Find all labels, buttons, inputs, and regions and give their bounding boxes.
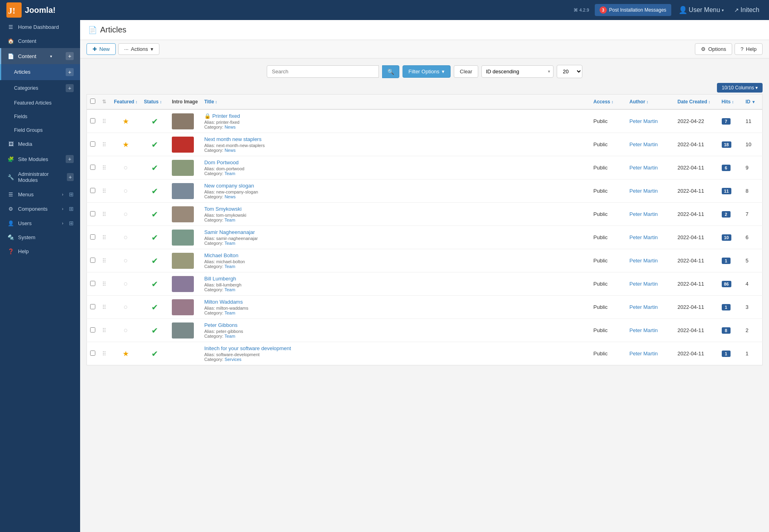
th-hits[interactable]: Hits ↕ — [719, 95, 743, 110]
admin-modules-add-btn[interactable]: + — [67, 173, 74, 181]
author-link[interactable]: Peter Martin — [630, 118, 658, 124]
drag-handle[interactable]: ⠿ — [102, 234, 106, 241]
article-title-link[interactable]: Peter Gibbons — [204, 322, 238, 328]
date-sort-link[interactable]: Date Created ↕ — [678, 99, 715, 105]
row-checkbox[interactable] — [90, 304, 95, 309]
categories-add-btn[interactable]: + — [66, 84, 74, 92]
article-title-link[interactable]: Michael Bolton — [204, 252, 238, 258]
sidebar-toggle-menu[interactable]: ☰ Home Dashboard — [0, 20, 80, 34]
drag-handle[interactable]: ⠿ — [102, 351, 106, 357]
category-link[interactable]: Team — [224, 241, 235, 246]
help-button[interactable]: ? Help — [735, 43, 763, 55]
sidebar-item-site-modules[interactable]: 🧩 Site Modules + — [0, 151, 80, 167]
sidebar-item-admin-modules[interactable]: 🔧 Administrator Modules + — [0, 167, 80, 187]
status-published-icon[interactable]: ✔ — [151, 349, 158, 358]
status-published-icon[interactable]: ✔ — [151, 187, 158, 195]
drag-handle[interactable]: ⠿ — [102, 188, 106, 194]
sidebar-item-media[interactable]: 🖼 Media — [0, 137, 80, 151]
sidebar-item-help[interactable]: ❓ Help — [0, 244, 80, 258]
status-published-icon[interactable]: ✔ — [151, 280, 158, 288]
article-title-link[interactable]: New company slogan — [204, 183, 254, 189]
author-link[interactable]: Peter Martin — [630, 351, 658, 357]
articles-add-btn[interactable]: + — [66, 68, 74, 76]
status-published-icon[interactable]: ✔ — [151, 163, 158, 172]
row-checkbox[interactable] — [90, 165, 95, 170]
article-title-link[interactable]: Tom Smykowski — [204, 206, 242, 212]
filter-options-button[interactable]: Filter Options ▾ — [403, 65, 451, 78]
featured-empty-icon[interactable]: ○ — [123, 326, 128, 334]
site-btn[interactable]: ↗ Initech — [731, 5, 763, 15]
author-link[interactable]: Peter Martin — [630, 327, 658, 333]
post-installation-btn[interactable]: 3 Post Installation Messages — [595, 4, 671, 16]
content-add-btn[interactable]: + — [66, 52, 74, 60]
new-button[interactable]: ✚ New — [87, 43, 116, 55]
sidebar-item-featured-articles[interactable]: Featured Articles — [0, 96, 80, 110]
featured-empty-icon[interactable]: ○ — [123, 210, 128, 218]
featured-empty-icon[interactable]: ○ — [123, 163, 128, 171]
th-id[interactable]: ID ▼ — [743, 95, 763, 110]
sidebar-item-fields[interactable]: Fields — [0, 110, 80, 123]
category-link[interactable]: Team — [224, 334, 235, 339]
options-button[interactable]: ⚙ Options — [695, 43, 732, 55]
author-link[interactable]: Peter Martin — [630, 141, 658, 147]
featured-empty-icon[interactable]: ○ — [123, 187, 128, 195]
clear-button[interactable]: Clear — [454, 65, 478, 78]
category-link[interactable]: Team — [224, 264, 235, 269]
sort-select[interactable]: ID descending ID ascending Title Date Cr… — [481, 65, 554, 78]
category-link[interactable]: News — [225, 148, 236, 153]
logo[interactable]: J! Joomla! — [6, 2, 56, 18]
article-title-link[interactable]: Initech for your software development — [204, 345, 291, 351]
search-input[interactable] — [267, 65, 379, 78]
category-link[interactable]: Team — [224, 171, 235, 176]
sidebar-item-users[interactable]: 👤 Users › ⊞ — [0, 216, 80, 230]
article-title-link[interactable]: Printer fixed — [212, 113, 240, 119]
featured-empty-icon[interactable]: ○ — [123, 303, 128, 311]
th-author[interactable]: Author ↕ — [626, 95, 674, 110]
columns-button[interactable]: 10/10 Columns ▾ — [717, 83, 763, 93]
featured-star-icon[interactable]: ★ — [123, 141, 129, 149]
author-link[interactable]: Peter Martin — [630, 281, 658, 287]
category-link[interactable]: Team — [224, 310, 235, 315]
row-checkbox[interactable] — [90, 327, 95, 332]
status-published-icon[interactable]: ✔ — [151, 117, 158, 126]
status-published-icon[interactable]: ✔ — [151, 256, 158, 265]
featured-star-icon[interactable]: ★ — [123, 350, 129, 358]
drag-handle[interactable]: ⠿ — [102, 258, 106, 264]
actions-button[interactable]: ··· Actions ▾ — [118, 43, 159, 55]
row-checkbox[interactable] — [90, 258, 95, 263]
sidebar-item-home-dashboard[interactable]: 🏠 Content — [0, 34, 80, 48]
category-link[interactable]: Team — [224, 287, 235, 292]
article-title-link[interactable]: Dom Portwood — [204, 159, 239, 165]
sidebar-item-components[interactable]: ⚙ Components › ⊞ — [0, 202, 80, 216]
featured-star-icon[interactable]: ★ — [123, 117, 129, 125]
author-link[interactable]: Peter Martin — [630, 165, 658, 171]
site-modules-add-btn[interactable]: + — [66, 155, 74, 163]
row-checkbox[interactable] — [90, 351, 95, 356]
drag-handle[interactable]: ⠿ — [102, 118, 106, 125]
author-link[interactable]: Peter Martin — [630, 188, 658, 194]
category-link[interactable]: News — [225, 125, 236, 129]
th-title[interactable]: Title ↕ — [201, 95, 590, 110]
hits-sort-link[interactable]: Hits ↕ — [722, 99, 739, 105]
drag-handle[interactable]: ⠿ — [102, 327, 106, 334]
author-sort-link[interactable]: Author ↕ — [630, 99, 671, 105]
th-featured[interactable]: Featured ↕ — [111, 95, 141, 110]
featured-empty-icon[interactable]: ○ — [123, 233, 128, 241]
status-published-icon[interactable]: ✔ — [151, 140, 158, 149]
drag-handle[interactable]: ⠿ — [102, 165, 106, 171]
row-checkbox[interactable] — [90, 211, 95, 216]
author-link[interactable]: Peter Martin — [630, 211, 658, 217]
featured-sort-link[interactable]: Featured ↕ — [114, 99, 138, 105]
access-sort-link[interactable]: Access ↕ — [594, 99, 623, 105]
category-link[interactable]: Team — [224, 218, 235, 222]
sidebar-item-field-groups[interactable]: Field Groups — [0, 123, 80, 137]
per-page-select[interactable]: 5 10 15 20 25 50 100 — [557, 65, 582, 78]
sidebar-item-content[interactable]: 📄 Content ▾ + — [0, 48, 80, 64]
th-status[interactable]: Status ↕ — [141, 95, 169, 110]
author-link[interactable]: Peter Martin — [630, 304, 658, 310]
article-title-link[interactable]: Samir Nagheenanajar — [204, 229, 255, 235]
featured-empty-icon[interactable]: ○ — [123, 256, 128, 264]
row-checkbox[interactable] — [90, 281, 95, 286]
user-menu-btn[interactable]: 👤 User Menu ▾ — [675, 4, 727, 16]
article-title-link[interactable]: Next month new staplers — [204, 136, 262, 142]
